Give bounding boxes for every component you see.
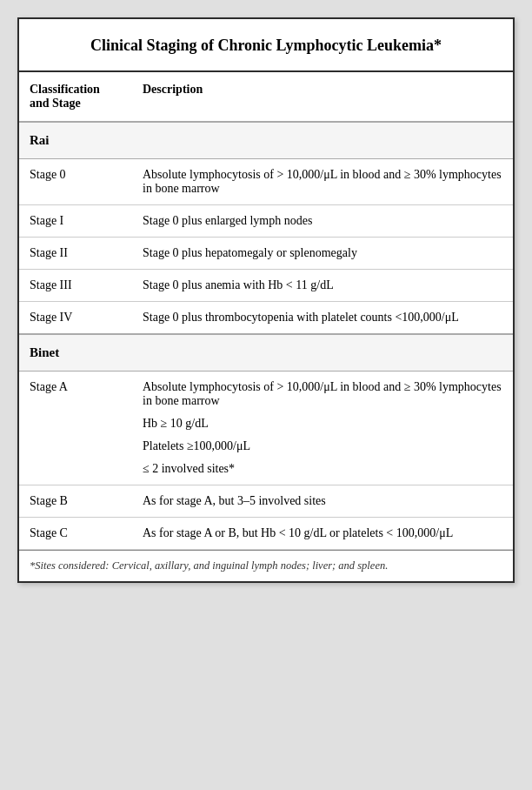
table-row: Stage IIIStage 0 plus anemia with Hb < 1… bbox=[19, 270, 513, 302]
table-row: Stage CAs for stage A or B, but Hb < 10 … bbox=[19, 518, 513, 550]
table-row: Stage IIStage 0 plus hepatomegaly or spl… bbox=[19, 238, 513, 270]
table-row: Stage BAs for stage A, but 3–5 involved … bbox=[19, 485, 513, 518]
section-label: Binet bbox=[19, 334, 513, 372]
description-line: Hb ≥ 10 g/dL bbox=[143, 417, 502, 431]
description-cell: Absolute lymphocytosis of > 10,000/μL in… bbox=[132, 372, 513, 485]
description-cell: Stage 0 plus anemia with Hb < 11 g/dL bbox=[132, 270, 513, 302]
table-row: Stage 0Absolute lymphocytosis of > 10,00… bbox=[19, 159, 513, 205]
section-label: Rai bbox=[19, 122, 513, 159]
description-line: Platelets ≥100,000/μL bbox=[143, 439, 502, 453]
header-description: Description bbox=[132, 72, 513, 122]
description-cell: Stage 0 plus hepatomegaly or splenomegal… bbox=[132, 238, 513, 270]
description-line: ≤ 2 involved sites* bbox=[143, 462, 502, 476]
stage-cell: Stage A bbox=[19, 372, 132, 485]
description-line: Absolute lymphocytosis of > 10,000/μL in… bbox=[143, 380, 502, 408]
description-cell: Absolute lymphocytosis of > 10,000/μL in… bbox=[132, 159, 513, 205]
clinical-staging-card: Clinical Staging of Chronic Lymphocytic … bbox=[17, 17, 515, 583]
section-header-row: Binet bbox=[19, 334, 513, 372]
table-row: Stage IStage 0 plus enlarged lymph nodes bbox=[19, 205, 513, 238]
footnote: *Sites considered: Cervical, axillary, a… bbox=[19, 550, 513, 581]
stage-cell: Stage I bbox=[19, 205, 132, 238]
header-stage: Classification and Stage bbox=[19, 72, 132, 122]
staging-table: Classification and Stage Description Rai… bbox=[19, 72, 513, 550]
table-header-row: Classification and Stage Description bbox=[19, 72, 513, 122]
section-header-row: Rai bbox=[19, 122, 513, 159]
stage-cell: Stage IV bbox=[19, 302, 132, 335]
table-row: Stage IVStage 0 plus thrombocytopenia wi… bbox=[19, 302, 513, 335]
description-cell: As for stage A, but 3–5 involved sites bbox=[132, 485, 513, 518]
description-cell: As for stage A or B, but Hb < 10 g/dL or… bbox=[132, 518, 513, 550]
stage-cell: Stage B bbox=[19, 485, 132, 518]
description-cell: Stage 0 plus thrombocytopenia with plate… bbox=[132, 302, 513, 335]
stage-cell: Stage 0 bbox=[19, 159, 132, 205]
description-cell: Stage 0 plus enlarged lymph nodes bbox=[132, 205, 513, 238]
stage-cell: Stage III bbox=[19, 270, 132, 302]
stage-cell: Stage II bbox=[19, 238, 132, 270]
stage-cell: Stage C bbox=[19, 518, 132, 550]
card-title: Clinical Staging of Chronic Lymphocytic … bbox=[19, 19, 513, 72]
table-row: Stage AAbsolute lymphocytosis of > 10,00… bbox=[19, 372, 513, 485]
